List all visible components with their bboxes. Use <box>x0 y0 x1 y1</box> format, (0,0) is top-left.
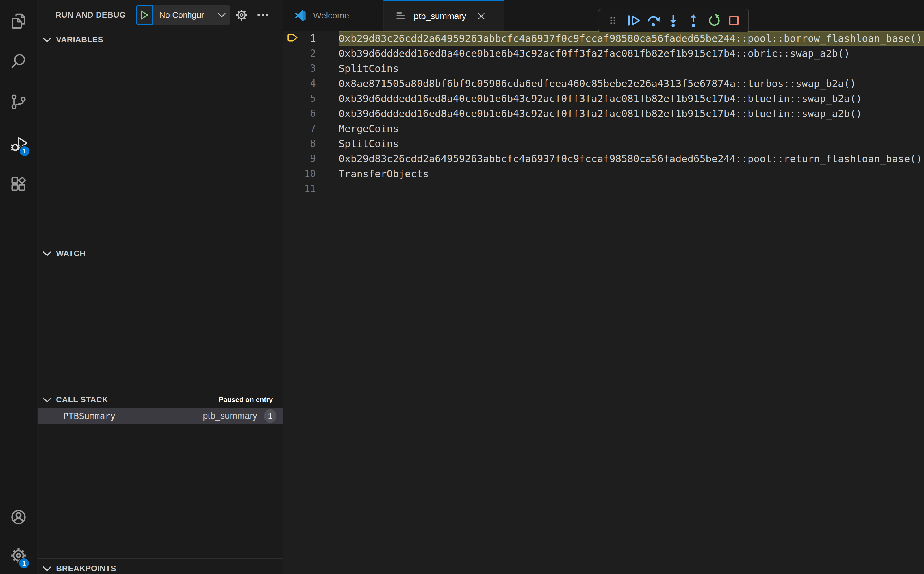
source-control-icon[interactable] <box>10 93 27 110</box>
line-text: 0x8ae871505a80d8bf6bf9c05906cda6edfeea46… <box>338 76 924 91</box>
sidebar-title: RUN AND DEBUG <box>55 10 126 20</box>
stop-button[interactable] <box>726 13 741 28</box>
line-number: 11 <box>283 181 316 196</box>
line-number: 5 <box>283 91 316 106</box>
search-icon[interactable] <box>10 53 27 69</box>
line-gutter[interactable]: 4 <box>283 76 338 91</box>
code-lines: 10xb29d83c26cdd2a64959263abbcfc4a6937f0c… <box>283 31 924 196</box>
call-stack-section-header[interactable]: CALL STACK Paused on entry <box>38 391 283 409</box>
run-and-debug-icon[interactable]: 1 <box>10 135 27 152</box>
line-gutter[interactable]: 10 <box>283 166 338 181</box>
chevron-down-icon <box>42 396 52 403</box>
chevron-down-icon <box>42 36 52 43</box>
section-divider <box>38 558 283 559</box>
code-line[interactable]: 90xb29d83c26cdd2a64959263abbcfc4a6937f0c… <box>283 151 924 166</box>
watch-label: WATCH <box>56 249 86 258</box>
code-line[interactable]: 60xb39d6dddedd16ed8a40ce0b1e6b43c92acf0f… <box>283 106 924 121</box>
line-gutter[interactable]: 6 <box>283 106 338 121</box>
code-line[interactable]: 11 <box>283 181 924 196</box>
tab-ptb-summary[interactable]: ptb_summary <box>383 0 504 31</box>
line-number: 6 <box>283 106 316 121</box>
code-line[interactable]: 50xb39d6dddedd16ed8a40ce0b1e6b43c92acf0f… <box>283 91 924 106</box>
line-gutter[interactable]: 5 <box>283 91 338 106</box>
config-dropdown[interactable]: No Configur <box>153 5 230 25</box>
explorer-icon[interactable] <box>10 13 27 30</box>
extensions-icon[interactable] <box>10 176 27 192</box>
paused-status: Paused on entry <box>219 396 273 404</box>
line-text: MergeCoins <box>338 121 924 136</box>
line-number: 9 <box>283 151 316 166</box>
settings-badge: 1 <box>18 558 30 569</box>
tab-label: ptb_summary <box>414 11 466 21</box>
variables-section-header[interactable]: VARIABLES <box>38 31 283 49</box>
variables-label: VARIABLES <box>56 35 103 44</box>
code-line[interactable]: 7MergeCoins <box>283 121 924 136</box>
continue-button[interactable] <box>625 13 641 28</box>
step-into-button[interactable] <box>666 13 681 28</box>
code-line[interactable]: 40x8ae871505a80d8bf6bf9c05906cda6edfeea4… <box>283 76 924 91</box>
frame-file: ptb_summary <box>203 411 257 421</box>
breakpoints-section-header[interactable]: BREAKPOINTS <box>38 560 283 574</box>
activity-bar: 1 <box>0 0 37 574</box>
drag-handle-icon[interactable] <box>605 13 620 28</box>
call-stack-label: CALL STACK <box>56 395 108 404</box>
line-text: 0xb39d6dddedd16ed8a40ce0b1e6b43c92acf0ff… <box>338 106 924 121</box>
code-line[interactable]: 3SplitCoins <box>283 61 924 76</box>
tab-label: Welcome <box>313 11 349 20</box>
line-gutter[interactable]: 2 <box>283 46 338 61</box>
line-gutter[interactable]: 7 <box>283 121 338 136</box>
line-text <box>338 181 924 196</box>
chevron-down-icon <box>42 250 52 257</box>
line-gutter[interactable]: 9 <box>283 151 338 166</box>
run-and-debug-sidebar: RUN AND DEBUG No Configur <box>38 0 283 574</box>
vscode-window: 1 <box>0 0 924 574</box>
config-dropdown-label: No Configur <box>159 10 217 20</box>
sidebar-header: RUN AND DEBUG No Configur <box>38 0 283 31</box>
more-actions-icon[interactable] <box>255 7 271 23</box>
line-gutter[interactable]: 1 <box>283 31 338 46</box>
chevron-down-icon <box>42 565 52 572</box>
line-text: 0xb29d83c26cdd2a64959263abbcfc4a6937f0c9… <box>338 151 924 166</box>
debug-toolbar <box>598 9 749 32</box>
line-number: 10 <box>283 166 316 181</box>
debug-badge: 1 <box>19 145 30 157</box>
accounts-icon[interactable] <box>10 509 27 525</box>
line-text: SplitCoins <box>338 61 924 76</box>
tab-welcome[interactable]: Welcome <box>283 0 383 31</box>
watch-section-header[interactable]: WATCH <box>38 244 283 262</box>
debug-settings-gear-icon[interactable] <box>233 7 250 23</box>
code-line[interactable]: 8SplitCoins <box>283 136 924 151</box>
section-divider <box>38 390 283 390</box>
code-line[interactable]: 10xb29d83c26cdd2a64959263abbcfc4a6937f0c… <box>283 31 924 46</box>
line-gutter[interactable]: 8 <box>283 136 338 151</box>
line-text: 0xb29d83c26cdd2a64959263abbcfc4a6937f0c9… <box>338 31 924 46</box>
line-number: 1 <box>283 31 316 46</box>
chevron-down-icon <box>217 12 226 18</box>
step-out-button[interactable] <box>686 13 701 28</box>
line-number: 4 <box>283 76 316 91</box>
frame-badge: 1 <box>264 409 276 423</box>
line-number: 3 <box>283 61 316 76</box>
line-gutter[interactable]: 11 <box>283 181 338 196</box>
line-text: 0xb39d6dddedd16ed8a40ce0b1e6b43c92acf0ff… <box>338 91 924 106</box>
frame-name: PTBSummary <box>63 411 116 421</box>
close-icon[interactable] <box>476 11 486 21</box>
vscode-logo-icon <box>295 10 306 21</box>
line-text: 0xb39d6dddedd16ed8a40ce0b1e6b43c92acf0ff… <box>338 46 924 61</box>
start-debug-button[interactable] <box>136 5 153 25</box>
code-line[interactable]: 10TransferObjects <box>283 166 924 181</box>
breakpoints-label: BREAKPOINTS <box>56 564 116 573</box>
file-list-icon <box>395 11 406 22</box>
line-number: 8 <box>283 136 316 151</box>
restart-button[interactable] <box>706 13 721 28</box>
section-divider <box>38 244 283 244</box>
line-number: 2 <box>283 46 316 61</box>
line-text: TransferObjects <box>338 166 924 181</box>
editor-area: Welcome ptb_summary <box>283 0 924 574</box>
settings-gear-icon[interactable]: 1 <box>10 547 27 564</box>
line-gutter[interactable]: 3 <box>283 61 338 76</box>
call-stack-frame-row[interactable]: PTBSummary ptb_summary 1 <box>38 407 283 424</box>
code-line[interactable]: 20xb39d6dddedd16ed8a40ce0b1e6b43c92acf0f… <box>283 46 924 61</box>
line-text: SplitCoins <box>338 136 924 151</box>
step-over-button[interactable] <box>646 13 661 28</box>
